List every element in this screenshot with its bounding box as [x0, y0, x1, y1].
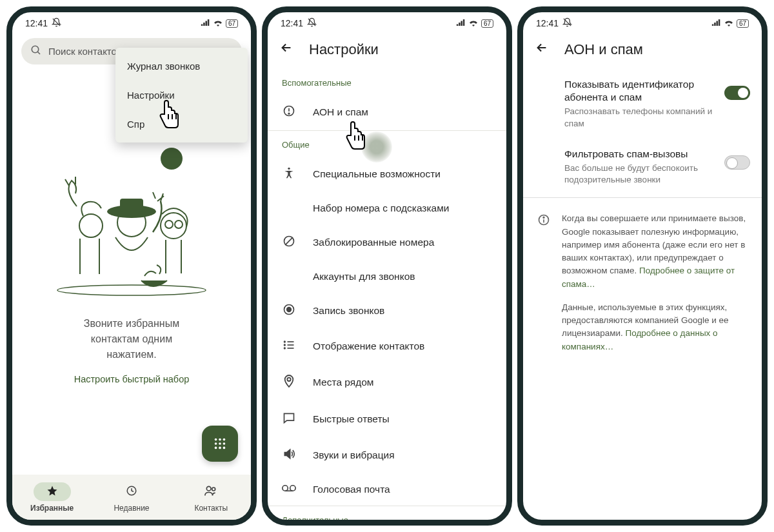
- row-caller-id-spam[interactable]: АОН и спам: [268, 94, 506, 130]
- nav-label: Избранные: [30, 504, 74, 513]
- wifi-icon: [468, 19, 479, 28]
- dialpad-fab[interactable]: [202, 426, 238, 462]
- location-icon: [282, 374, 296, 391]
- settings-header: Настройки: [268, 32, 506, 69]
- row-label: Запись звонков: [313, 305, 384, 317]
- toggle-filter-spam[interactable]: Фильтровать спам-вызовы Вас больше не бу…: [523, 139, 762, 195]
- nav-label: Недавние: [114, 504, 149, 513]
- back-icon[interactable]: [279, 41, 293, 59]
- status-bar: 12:41 67: [523, 12, 762, 32]
- toggle-subtitle: Распознавать телефоны компаний и спам: [564, 106, 715, 129]
- status-bar: 12:41 67: [268, 12, 506, 32]
- row-label: Звуки и вибрация: [313, 449, 395, 461]
- settings-list: Вспомогательные АОН и спам Общие Специал…: [268, 69, 506, 520]
- row-label: Специальные возможности: [313, 168, 441, 180]
- phone-caller-id-spam: 12:41 67 АОН и спам Показывать идентифик…: [517, 6, 768, 526]
- svg-rect-33: [288, 341, 294, 342]
- row-voicemail[interactable]: Голосовая почта: [268, 473, 506, 506]
- row-blocked[interactable]: Заблокированные номера: [268, 224, 506, 261]
- people-icon: [204, 489, 217, 498]
- svg-point-14: [215, 442, 217, 445]
- svg-point-36: [284, 347, 286, 349]
- svg-rect-35: [288, 344, 294, 346]
- svg-point-26: [288, 113, 290, 114]
- svg-line-29: [285, 237, 293, 245]
- sound-icon: [282, 448, 296, 463]
- svg-point-21: [207, 486, 212, 491]
- list-icon: [282, 339, 296, 353]
- switch-on-icon[interactable]: [724, 86, 750, 100]
- svg-point-38: [287, 378, 290, 381]
- signal-icon: [711, 19, 721, 28]
- dnd-icon: [52, 17, 61, 29]
- wifi-icon: [213, 19, 223, 28]
- clock-icon: [126, 489, 137, 498]
- row-accounts[interactable]: Аккаунты для звонков: [268, 261, 506, 293]
- row-dial-assist[interactable]: Набор номера с подсказками: [268, 192, 506, 224]
- search-placeholder: Поиск контактов: [48, 46, 122, 57]
- alert-icon: [282, 104, 296, 120]
- row-accessibility[interactable]: Специальные возможности: [268, 156, 506, 192]
- page-title: АОН и спам: [564, 41, 643, 58]
- svg-point-1: [32, 46, 39, 53]
- svg-point-31: [287, 308, 292, 312]
- svg-point-13: [223, 438, 226, 441]
- bottom-nav: Избранные Недавние Контакты: [12, 475, 251, 520]
- nav-favorites[interactable]: Избранные: [20, 482, 84, 513]
- row-sounds[interactable]: Звуки и вибрация: [268, 437, 506, 473]
- row-nearby[interactable]: Места рядом: [268, 364, 506, 401]
- menu-help[interactable]: Справкаы: [115, 110, 248, 139]
- dnd-icon: [307, 17, 317, 29]
- svg-point-27: [288, 168, 290, 170]
- toggle-subtitle: Вас больше не будут беспокоить подозрите…: [564, 163, 715, 186]
- svg-point-7: [79, 214, 103, 237]
- row-quick-responses[interactable]: Быстрые ответы: [268, 401, 506, 437]
- battery-indicator: 67: [226, 19, 238, 28]
- tap-halo: [361, 132, 392, 163]
- svg-point-17: [215, 447, 217, 449]
- chat-icon: [282, 411, 296, 427]
- svg-point-39: [283, 486, 288, 491]
- row-label: Отображение контактов: [313, 340, 424, 352]
- svg-point-16: [223, 442, 226, 445]
- status-bar: 12:41 67: [12, 12, 251, 32]
- blocked-icon: [282, 235, 296, 250]
- svg-point-22: [212, 488, 215, 491]
- phone-favorites: 12:41 67 Поиск контактов Журнал звонков …: [6, 6, 257, 526]
- search-icon: [30, 44, 42, 58]
- nav-contacts[interactable]: Контакты: [179, 482, 243, 513]
- setup-speed-dial-link[interactable]: Настроить быстрый набор: [12, 374, 251, 384]
- back-icon[interactable]: [535, 41, 549, 59]
- avatar[interactable]: [161, 148, 183, 170]
- star-icon: [46, 489, 58, 498]
- phone-settings: 12:41 67 Настройки Вспомогательные АОН и…: [262, 6, 512, 526]
- caller-id-header: АОН и спам: [523, 32, 762, 69]
- switch-off-icon[interactable]: [724, 155, 750, 170]
- row-display[interactable]: Отображение контактов: [268, 329, 506, 364]
- toggle-show-caller-id[interactable]: Показывать идентификатор абонента и спам…: [523, 69, 762, 139]
- row-label: Набор номера с подсказками: [313, 202, 450, 214]
- svg-point-15: [219, 442, 221, 445]
- battery-indicator: 67: [737, 19, 749, 28]
- nav-recent[interactable]: Недавние: [99, 482, 164, 513]
- row-label: Аккаунты для звонков: [313, 271, 415, 282]
- row-recording[interactable]: Запись звонков: [268, 293, 506, 329]
- status-time: 12:41: [281, 18, 303, 28]
- svg-point-18: [219, 447, 221, 449]
- menu-settings[interactable]: Настройки: [115, 81, 248, 110]
- favorites-illustration: [45, 161, 219, 303]
- info-block: Когда вы совершаете или принимаете вызов…: [523, 201, 762, 365]
- svg-point-32: [284, 340, 286, 342]
- svg-point-3: [57, 285, 206, 295]
- row-label: Заблокированные номера: [313, 237, 434, 248]
- menu-call-log[interactable]: Журнал звонков: [115, 52, 248, 81]
- record-icon: [282, 303, 296, 319]
- section-assist: Вспомогательные: [268, 69, 506, 94]
- svg-point-11: [215, 438, 217, 441]
- row-label: Голосовая почта: [313, 484, 390, 495]
- section-more: Дополнительные: [268, 506, 506, 520]
- svg-rect-6: [120, 199, 143, 212]
- empty-state-text: Звоните избранным контактам одним нажати…: [12, 316, 251, 362]
- svg-point-12: [219, 438, 221, 441]
- toggle-title: Показывать идентификатор абонента и спам: [564, 78, 715, 104]
